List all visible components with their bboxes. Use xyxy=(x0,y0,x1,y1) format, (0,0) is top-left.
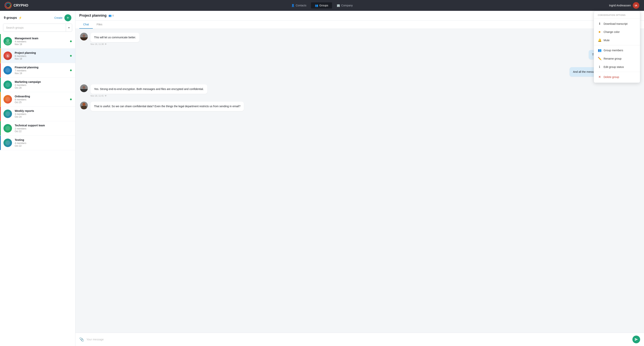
message-time: Nov 18, 11:41 👁 xyxy=(90,95,207,97)
main-layout: 9 groups ⚡ Create + ▾ Management team xyxy=(0,11,644,346)
group-bar xyxy=(0,92,1,106)
delete-group-option[interactable]: ✕ Delete group xyxy=(594,73,640,81)
group-avatar-onboarding xyxy=(4,95,12,104)
group-bar xyxy=(0,49,1,63)
change-color-option[interactable]: ■ Change color xyxy=(594,28,640,36)
message-meta: This will let us communicate better. Nov… xyxy=(90,33,140,45)
group-item-onboarding[interactable]: Onboarding 8 members Oct 25 xyxy=(0,92,75,107)
sidebar-title: 9 groups ⚡ xyxy=(4,16,22,20)
download-transcript-option[interactable]: ⬇ Download transcript xyxy=(594,20,640,28)
online-indicator xyxy=(70,55,72,57)
message-avatar xyxy=(80,84,88,92)
delete-icon: ✕ xyxy=(598,75,601,79)
mute-icon: 🔔 xyxy=(598,38,601,42)
group-meta: 8 members Oct 25 xyxy=(15,98,70,104)
svg-point-11 xyxy=(82,35,85,37)
divider xyxy=(594,45,640,45)
online-indicator xyxy=(70,41,72,42)
nav-groups[interactable]: 👥 Groups xyxy=(311,2,332,9)
user-name: Ingrid Andreassen xyxy=(609,4,631,7)
group-name: Management team xyxy=(15,37,70,40)
new-group-button[interactable]: + xyxy=(64,14,71,21)
message-time: Nov 18, 11:38 👁 xyxy=(90,43,140,45)
mute-option[interactable]: 🔔 Mute xyxy=(594,36,640,44)
online-indicator xyxy=(70,99,72,100)
group-name: Technical support team xyxy=(15,124,72,127)
read-icon: 👁 xyxy=(105,95,107,97)
app-logo[interactable]: CRYPHO xyxy=(5,2,28,9)
group-info-testing: Testing 4 members Oct 22 xyxy=(15,138,72,147)
group-members-option[interactable]: 👥 Group members xyxy=(594,46,640,54)
group-item-marketing[interactable]: Marketing campaign 2 members Oct 28 xyxy=(0,78,75,92)
group-meta: 4 members Oct 22 xyxy=(15,142,72,147)
sidebar-actions: Create + xyxy=(54,14,71,21)
message-bubble: That is useful. So we can share confiden… xyxy=(90,102,244,111)
group-item-financial[interactable]: Financial planning 7 members Nov 19 xyxy=(0,63,75,78)
group-avatar-project: S xyxy=(4,52,12,60)
search-dropdown-button[interactable]: ▾ xyxy=(66,24,72,32)
message-meta: That is useful. So we can share confiden… xyxy=(90,102,244,111)
info-icon: ℹ xyxy=(598,65,601,69)
messages-container: This will let us communicate better. Nov… xyxy=(76,29,644,333)
rename-icon: ✏️ xyxy=(598,57,601,60)
group-bar xyxy=(0,78,1,92)
download-icon: ⬇ xyxy=(598,22,601,26)
svg-point-6 xyxy=(6,83,10,87)
group-item-technical[interactable]: Technical support team 2 members Oct 22 xyxy=(0,121,75,136)
group-bar xyxy=(0,121,1,135)
svg-point-10 xyxy=(6,141,10,145)
sidebar-header: 9 groups ⚡ Create + xyxy=(0,11,75,24)
send-button[interactable] xyxy=(632,335,640,343)
tab-chat[interactable]: Chat xyxy=(79,21,93,29)
group-meta: 4 members Nov 19 xyxy=(15,40,70,46)
group-bar xyxy=(0,107,1,121)
message-bubble: Yes. Strong end-to-end encryption. Both … xyxy=(90,84,207,94)
group-bar xyxy=(0,63,1,77)
message-input[interactable] xyxy=(86,338,630,341)
group-avatar-weekly xyxy=(4,110,12,118)
nav-contacts[interactable]: 👤 Contacts xyxy=(288,2,310,9)
group-item-testing[interactable]: Testing 4 members Oct 22 xyxy=(0,136,75,150)
group-info-onboarding: Onboarding 8 members Oct 25 xyxy=(15,95,70,104)
user-avatar: IA xyxy=(633,2,639,9)
contacts-icon: 👤 xyxy=(291,4,294,7)
group-info-project: Project planning 8 members Nov 19 xyxy=(15,51,70,60)
online-indicator xyxy=(70,70,72,71)
message-meta: Yes. Strong end-to-end encryption. Both … xyxy=(90,84,207,97)
chat-header: Project planning 👥 8 xyxy=(76,11,644,21)
read-icon: 👁 xyxy=(105,43,107,45)
group-name: Project planning xyxy=(15,51,70,54)
group-info-marketing: Marketing campaign 2 members Oct 28 xyxy=(15,80,72,89)
message-row: This will let us communicate better. Nov… xyxy=(80,33,140,45)
filter-icon[interactable]: ⚡ xyxy=(18,16,22,19)
chat-title: Project planning 👥 8 xyxy=(79,14,114,18)
message-input-area: 📎 xyxy=(76,333,644,346)
svg-text:S: S xyxy=(7,54,8,58)
nav-company[interactable]: 🏢 Company xyxy=(333,2,356,9)
svg-point-9 xyxy=(6,126,10,131)
create-button[interactable]: Create xyxy=(54,16,62,19)
group-item-management[interactable]: Management team 4 members Nov 19 xyxy=(0,34,75,49)
svg-point-5 xyxy=(6,68,10,73)
attach-icon[interactable]: 📎 xyxy=(79,337,84,342)
members-badge: 👥 8 xyxy=(108,14,114,17)
svg-point-8 xyxy=(6,112,10,116)
chat-tabs: Chat Files ⋮ xyxy=(76,21,644,29)
group-item-weekly[interactable]: Weekly reports 3 members Oct 24 xyxy=(0,107,75,121)
nav-user[interactable]: Ingrid Andreassen IA xyxy=(609,2,639,9)
group-info-weekly: Weekly reports 3 members Oct 24 xyxy=(15,109,72,118)
groups-icon: 👥 xyxy=(315,4,318,7)
group-avatar-management xyxy=(4,37,12,46)
search-input[interactable] xyxy=(3,24,66,31)
group-name: Onboarding xyxy=(15,95,70,98)
group-name: Marketing campaign xyxy=(15,80,72,83)
tab-files[interactable]: Files xyxy=(93,21,106,29)
svg-point-2 xyxy=(5,42,10,45)
rename-group-option[interactable]: ✏️ Rename group xyxy=(594,54,640,63)
conversation-options-menu: CONVERSATION OPTIONS ⬇ Download transcri… xyxy=(594,11,640,83)
group-item-project[interactable]: S Project planning 8 members Nov 19 xyxy=(0,49,75,63)
edit-group-status-option[interactable]: ℹ Edit group status xyxy=(594,63,640,71)
group-bar xyxy=(0,136,1,150)
divider xyxy=(594,19,640,19)
message-bubble: This will let us communicate better. xyxy=(90,33,140,42)
